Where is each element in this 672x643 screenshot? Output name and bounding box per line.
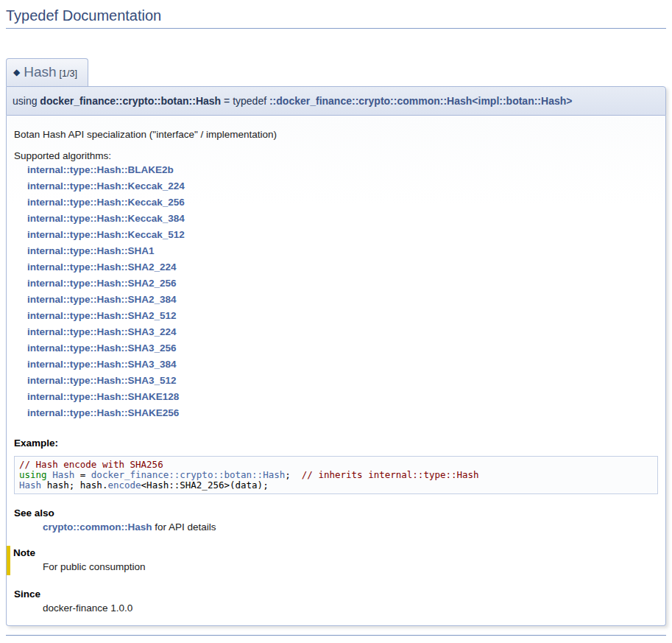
code-link[interactable]: docker_finance::crypto::botan::Hash xyxy=(91,469,285,480)
code-link[interactable]: Hash xyxy=(19,479,41,491)
member-doc: Botan Hash API specialization ("interfac… xyxy=(6,116,666,626)
algorithm-list: internal::type::Hash::BLAKE2b internal::… xyxy=(27,162,658,421)
content-area: Typedef Documentation ◆Hash[1/3] using d… xyxy=(0,4,672,643)
algorithm-link[interactable]: internal::type::Hash::SHA2_384 xyxy=(27,292,658,308)
see-also-text: for API details xyxy=(152,521,216,533)
member-item: using docker_finance::crypto::botan::Has… xyxy=(6,86,666,626)
proto-using-text: using xyxy=(13,95,40,107)
code-text: <Hash::SHA2_256>(data); xyxy=(141,479,269,491)
typedef-declaration: using docker_finance::crypto::botan::Has… xyxy=(6,86,666,116)
algorithm-link[interactable]: internal::type::Hash::SHA3_256 xyxy=(27,340,658,356)
code-link[interactable]: Hash xyxy=(52,469,74,480)
code-text: = xyxy=(74,469,91,480)
code-text: ; xyxy=(285,469,302,480)
code-link[interactable]: encode xyxy=(107,479,141,491)
see-also-link[interactable]: crypto::common::Hash xyxy=(43,521,152,533)
algorithm-link[interactable]: internal::type::Hash::Keccak_512 xyxy=(27,227,658,243)
algorithm-link[interactable]: internal::type::Hash::Keccak_384 xyxy=(27,211,658,227)
code-comment: // inherits internal::type::Hash xyxy=(302,469,479,480)
see-also-entry: crypto::common::Hash for API details xyxy=(43,521,658,533)
algorithm-link[interactable]: internal::type::Hash::SHA3_384 xyxy=(27,356,658,373)
code-comment: // Hash encode with SHA256 xyxy=(19,459,163,470)
since-section: Since docker-finance 1.0.0 xyxy=(14,588,658,614)
typedef-name: docker_finance::crypto::botan::Hash xyxy=(40,95,221,107)
member-tab: ◆Hash[1/3] xyxy=(6,58,88,86)
algorithm-link[interactable]: internal::type::Hash::Keccak_224 xyxy=(27,178,658,194)
diamond-bullet-icon: ◆ xyxy=(13,67,20,77)
code-block: // Hash encode with SHA256 using Hash = … xyxy=(14,456,658,494)
algorithm-link[interactable]: internal::type::Hash::SHA2_512 xyxy=(27,308,658,324)
algorithm-link[interactable]: internal::type::Hash::SHA3_224 xyxy=(27,324,658,340)
algorithm-link[interactable]: internal::type::Hash::Keccak_256 xyxy=(27,194,658,211)
code-keyword: using xyxy=(19,469,52,480)
code-line: // Hash encode with SHA256 xyxy=(19,460,653,470)
algorithm-link[interactable]: internal::type::Hash::SHAKE128 xyxy=(27,389,658,405)
code-text: hash; hash. xyxy=(41,479,107,491)
since-label: Since xyxy=(14,588,658,600)
algorithms-label: Supported algorithms: xyxy=(14,150,658,161)
algorithm-link[interactable]: internal::type::Hash::SHA2_256 xyxy=(27,275,658,292)
page-title: Typedef Documentation xyxy=(6,4,666,29)
algorithm-link[interactable]: internal::type::Hash::BLAKE2b xyxy=(27,162,658,178)
algorithm-link[interactable]: internal::type::Hash::SHA1 xyxy=(27,243,658,259)
proto-equals-text: = typedef xyxy=(221,95,269,107)
overload-badge: [1/3] xyxy=(60,68,77,79)
see-also-section: See also crypto::common::Hash for API de… xyxy=(14,507,658,533)
member-title: Hash xyxy=(24,64,56,80)
algorithm-link[interactable]: internal::type::Hash::SHAKE256 xyxy=(27,405,658,421)
example-label: Example: xyxy=(14,438,658,449)
note-section: Note For public consumption xyxy=(7,546,658,575)
code-line: using Hash = docker_finance::crypto::bot… xyxy=(19,470,653,480)
see-also-label: See also xyxy=(14,507,658,519)
footer-divider xyxy=(6,635,666,636)
note-label: Note xyxy=(13,547,658,558)
algorithm-link[interactable]: internal::type::Hash::SHA3_512 xyxy=(27,373,658,389)
algorithm-link[interactable]: internal::type::Hash::SHA2_224 xyxy=(27,259,658,275)
note-text: For public consumption xyxy=(43,561,658,572)
code-line: Hash hash; hash.encode<Hash::SHA2_256>(d… xyxy=(19,480,653,491)
typedef-target-link[interactable]: ::docker_finance::crypto::common::Hash<i… xyxy=(269,95,572,107)
since-text: docker-finance 1.0.0 xyxy=(43,602,658,614)
doc-summary: Botan Hash API specialization ("interfac… xyxy=(14,129,658,140)
